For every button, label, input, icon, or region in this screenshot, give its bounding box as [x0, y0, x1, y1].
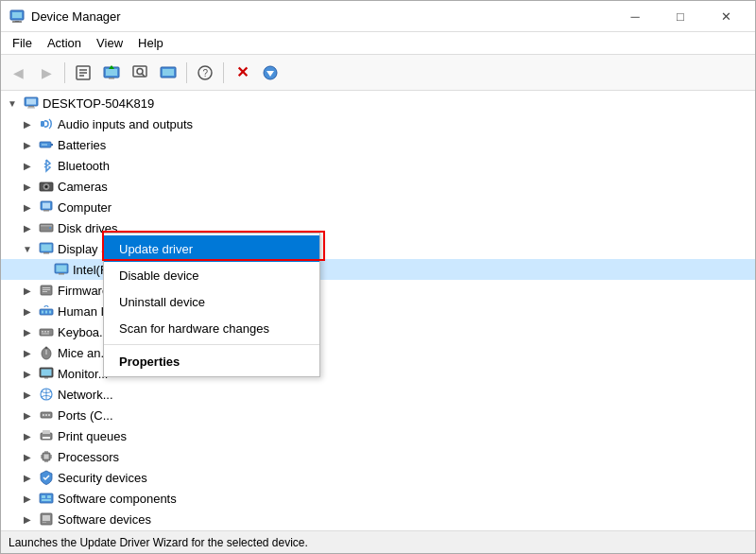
cameras-icon: [38, 178, 55, 195]
title-bar: Device Manager ─ □ ✕: [1, 1, 755, 32]
svg-rect-83: [42, 495, 45, 498]
expand-icon-sw-components: ▶: [20, 491, 35, 506]
menu-file[interactable]: File: [5, 34, 40, 52]
svg-rect-46: [43, 289, 50, 290]
keyboard-icon: [38, 323, 55, 340]
status-bar: Launches the Update Driver Wizard for th…: [1, 530, 755, 553]
svg-rect-73: [44, 455, 49, 459]
expand-icon-intel: [35, 262, 50, 277]
svg-rect-71: [43, 437, 50, 439]
device-manager-button[interactable]: [155, 60, 181, 86]
svg-rect-88: [43, 522, 46, 523]
svg-rect-12: [133, 66, 146, 77]
svg-rect-55: [47, 331, 49, 333]
tree-item-sw-components[interactable]: ▶ Software components: [1, 488, 755, 509]
context-update-driver-label: Update driver: [119, 242, 193, 256]
display-icon: [38, 240, 55, 257]
toolbar-sep-1: [64, 62, 65, 83]
tree-item-computer[interactable]: ▶ Computer: [1, 197, 755, 217]
tree-root[interactable]: ▼ DESKTOP-504K819: [1, 93, 755, 113]
svg-rect-51: [49, 311, 51, 314]
tree-item-audio[interactable]: ▶ Audio inputs and outputs: [1, 113, 755, 134]
close-button[interactable]: ✕: [704, 2, 747, 30]
context-properties[interactable]: Properties: [104, 348, 319, 374]
batteries-icon: [38, 136, 55, 153]
svg-rect-36: [41, 225, 52, 227]
toolbar-sep-3: [223, 62, 224, 83]
svg-rect-67: [45, 414, 47, 416]
sw-components-icon: [38, 490, 55, 507]
svg-rect-84: [47, 495, 51, 498]
tree-item-sw-devices[interactable]: ▶ Software devices: [1, 509, 755, 529]
bluetooth-icon: [38, 157, 55, 174]
minimize-button[interactable]: ─: [613, 2, 657, 30]
svg-rect-34: [43, 210, 49, 212]
main-content: ▼ DESKTOP-504K819 ▶: [1, 91, 755, 530]
tree-item-print[interactable]: ▶ Print queues: [1, 425, 755, 446]
expand-icon-ports: ▶: [20, 407, 35, 423]
tree-item-bluetooth[interactable]: ▶ Bluetooth: [1, 155, 755, 176]
expand-icon-network: ▶: [20, 387, 35, 402]
context-uninstall-label: Uninstall device: [119, 295, 205, 309]
update-driver-button[interactable]: [98, 60, 125, 86]
menu-action[interactable]: Action: [40, 34, 89, 52]
toolbar-sep-2: [186, 62, 187, 83]
svg-point-31: [45, 185, 48, 188]
expand-icon-mice: ▶: [20, 345, 35, 360]
svg-rect-87: [43, 515, 50, 521]
context-disable-device[interactable]: Disable device: [104, 262, 319, 288]
menu-view[interactable]: View: [89, 34, 130, 52]
svg-rect-68: [48, 414, 50, 416]
menu-help[interactable]: Help: [130, 34, 171, 52]
context-uninstall-device[interactable]: Uninstall device: [104, 288, 319, 315]
expand-icon-audio: ▶: [20, 116, 35, 131]
svg-rect-9: [106, 69, 117, 76]
app-icon: [9, 8, 26, 25]
scan-hardware-button[interactable]: [127, 60, 153, 86]
context-menu-separator: [104, 344, 319, 345]
processors-icon: [38, 448, 55, 465]
properties-button[interactable]: [70, 60, 96, 86]
svg-rect-50: [45, 311, 47, 314]
forward-button[interactable]: ▶: [33, 60, 60, 86]
svg-rect-45: [43, 287, 50, 288]
sw-components-label: Software components: [58, 492, 177, 506]
device-manager-window: Device Manager ─ □ ✕ File Action View He…: [0, 0, 756, 554]
delete-button[interactable]: ✕: [229, 60, 255, 86]
svg-rect-42: [57, 266, 67, 272]
svg-rect-3: [15, 21, 19, 22]
sw-devices-label: Software devices: [58, 512, 151, 527]
context-update-driver[interactable]: Update driver: [104, 235, 319, 262]
tree-item-batteries[interactable]: ▶ Batteries: [1, 134, 755, 155]
tree-item-sound[interactable]: ▶ Sound, video and game controllers: [1, 529, 755, 530]
print-icon: [38, 427, 55, 444]
tree-item-cameras[interactable]: ▶ Cameras: [1, 176, 755, 197]
down-button[interactable]: [257, 60, 284, 86]
window-controls: ─ □ ✕: [613, 2, 747, 30]
maximize-button[interactable]: □: [659, 2, 702, 30]
toolbar: ◀ ▶: [1, 55, 755, 91]
expand-icon-batteries: ▶: [20, 137, 35, 152]
svg-text:?: ?: [203, 68, 209, 78]
firmware-icon: [38, 282, 55, 299]
tree-item-security[interactable]: ▶ Security devices: [1, 467, 755, 488]
back-button[interactable]: ◀: [5, 60, 31, 86]
expand-icon-keyboard: ▶: [20, 324, 35, 339]
tree-item-network[interactable]: ▶ Network...: [1, 384, 755, 405]
help-button[interactable]: ?: [192, 60, 218, 86]
context-scan-hardware[interactable]: Scan for hardware changes: [104, 315, 319, 341]
batteries-label: Batteries: [58, 138, 106, 152]
audio-label: Audio inputs and outputs: [58, 117, 193, 131]
svg-rect-22: [26, 99, 36, 105]
expand-icon-human: ▶: [20, 303, 35, 319]
svg-rect-33: [43, 203, 50, 209]
processors-label: Processors: [58, 450, 119, 464]
svg-rect-47: [43, 291, 47, 292]
tree-item-processors[interactable]: ▶ Processors: [1, 446, 755, 467]
window-title: Device Manager: [31, 9, 613, 24]
tree-item-ports[interactable]: ▶ Ports (C...: [1, 405, 755, 425]
svg-rect-82: [40, 493, 53, 503]
svg-rect-53: [42, 331, 43, 333]
intel-icon: [53, 261, 70, 278]
context-scan-label: Scan for hardware changes: [119, 321, 269, 336]
